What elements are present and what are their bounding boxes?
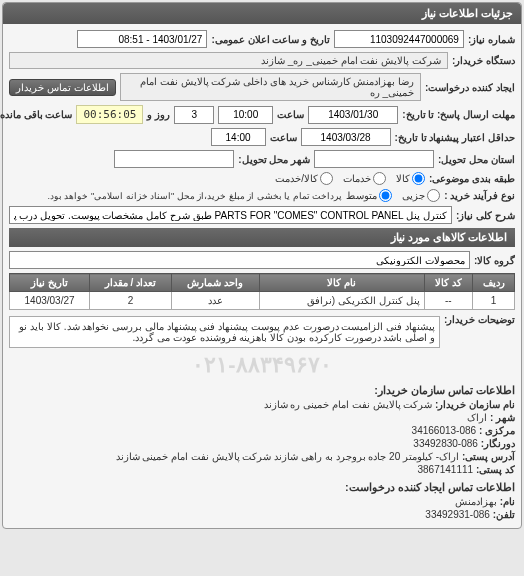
delivery-prov-label: استان محل تحویل: bbox=[438, 154, 515, 165]
col-unit: واحد شمارش bbox=[171, 274, 259, 292]
cell-unit: عدد bbox=[171, 292, 259, 310]
contact-buyer-button[interactable]: اطلاعات تماس خریدار bbox=[9, 79, 116, 96]
pack-radio-group: کالا خدمات کالا/خدمت bbox=[275, 172, 425, 185]
process-radio-group: جزیی متوسط bbox=[346, 189, 440, 202]
contact-person-line: نام: بهزادمنش bbox=[9, 496, 515, 507]
row-req-no: شماره نیاز: تاریخ و ساعت اعلان عمومی: bbox=[9, 30, 515, 48]
group-label: گروه کالا: bbox=[474, 255, 515, 266]
contact-org-label: نام سازمان خریدار: bbox=[435, 399, 515, 410]
pack-kala-radio[interactable] bbox=[412, 172, 425, 185]
creator-value: رضا بهزادمنش کارشناس خرید های داخلی شرکت… bbox=[120, 73, 422, 101]
announce-label: تاریخ و ساعت اعلان عمومی: bbox=[211, 34, 329, 45]
col-need-date: تاریخ نیاز bbox=[10, 274, 90, 292]
validity-date-input[interactable] bbox=[301, 128, 391, 146]
col-row: ردیف bbox=[473, 274, 515, 292]
delivery-prov-input[interactable] bbox=[314, 150, 434, 168]
contact-addr-value: اراک- کیلومتر 20 جاده بروجرد به راهی شاز… bbox=[116, 451, 460, 462]
table-row[interactable]: 1 -- پنل کنترل الکتریکی (نرافق عدد 2 140… bbox=[10, 292, 515, 310]
panel-title: جزئیات اطلاعات نیاز bbox=[3, 3, 521, 24]
contact-org-line: نام سازمان خریدار: شرکت پالایش نفت امام … bbox=[9, 399, 515, 410]
contact-tel-label: تلفن: bbox=[493, 509, 515, 520]
contact-city-line: شهر : اراک bbox=[9, 412, 515, 423]
contact-title: اطلاعات تماس سازمان خریدار: bbox=[9, 384, 515, 397]
contact-tel-value: 086-33492931 bbox=[425, 509, 490, 520]
pack-khadamat-radio[interactable] bbox=[373, 172, 386, 185]
pack-both-radio[interactable] bbox=[320, 172, 333, 185]
validity-time-label: ساعت bbox=[270, 132, 297, 143]
pack-label: طبقه بندی موضوعی: bbox=[429, 173, 515, 184]
process-small-radio[interactable] bbox=[427, 189, 440, 202]
cell-row: 1 bbox=[473, 292, 515, 310]
row-creator: ایجاد کننده درخواست: رضا بهزادمنش کارشنا… bbox=[9, 73, 515, 101]
process-label: نوع فرآیند خرید : bbox=[444, 190, 515, 201]
req-no-input[interactable] bbox=[334, 30, 464, 48]
col-qty: تعداد / مقدار bbox=[90, 274, 172, 292]
deadline-time-label: ساعت bbox=[277, 109, 304, 120]
contact-post-line: کد پستی: 3867141111 bbox=[9, 464, 515, 475]
desc-input[interactable] bbox=[9, 206, 452, 224]
pack-both-option[interactable]: کالا/خدمت bbox=[275, 172, 333, 185]
panel-body: شماره نیاز: تاریخ و ساعت اعلان عمومی: دس… bbox=[3, 24, 521, 528]
announce-input[interactable] bbox=[77, 30, 207, 48]
note-label: توضیحات خریدار: bbox=[444, 314, 515, 325]
contact-fax-label: دورنگار: bbox=[481, 438, 515, 449]
contact-person-value: بهزادمنش bbox=[455, 496, 497, 507]
contact-post-label: کد پستی: bbox=[476, 464, 515, 475]
remain-days-input bbox=[174, 106, 214, 124]
contact-post-value: 3867141111 bbox=[417, 464, 473, 475]
contact-addr-line: آدرس پستی: اراک- کیلومتر 20 جاده بروجرد … bbox=[9, 451, 515, 462]
contact-person-label: نام: bbox=[500, 496, 515, 507]
countdown-timer: 00:56:05 bbox=[76, 105, 143, 124]
pack-khadamat-option[interactable]: خدمات bbox=[343, 172, 386, 185]
req-no-label: شماره نیاز: bbox=[468, 34, 515, 45]
remain-days-label: روز و bbox=[147, 109, 170, 120]
row-validity: حداقل اعتبار پیشنهاد تا تاریخ: ساعت bbox=[9, 128, 515, 146]
items-section-title: اطلاعات کالاهای مورد نیاز bbox=[9, 228, 515, 247]
row-pack: طبقه بندی موضوعی: کالا خدمات کالا/خدمت bbox=[9, 172, 515, 185]
deadline-label: مهلت ارسال پاسخ: تا تاریخ: bbox=[402, 109, 515, 120]
pack-kala-option[interactable]: کالا bbox=[396, 172, 425, 185]
contact-org-value: شرکت پالایش نفت امام خمینی ره شازند bbox=[264, 399, 433, 410]
contact-center-label: مرکزی : bbox=[479, 425, 515, 436]
validity-time-input[interactable] bbox=[211, 128, 266, 146]
delivery-city-input[interactable] bbox=[114, 150, 234, 168]
row-desc: شرح کلی نیاز: bbox=[9, 206, 515, 224]
row-group: گروه کالا: bbox=[9, 251, 515, 269]
cell-code: -- bbox=[424, 292, 472, 310]
process-medium-option[interactable]: متوسط bbox=[346, 189, 392, 202]
items-header-row: ردیف کد کالا نام کالا واحد شمارش تعداد /… bbox=[10, 274, 515, 292]
deadline-date-input[interactable] bbox=[308, 106, 398, 124]
deadline-time-input[interactable] bbox=[218, 106, 273, 124]
cell-need-date: 1403/03/27 bbox=[10, 292, 90, 310]
items-table: ردیف کد کالا نام کالا واحد شمارش تعداد /… bbox=[9, 273, 515, 310]
contact-fax-value: 086-33492830 bbox=[413, 438, 478, 449]
watermark: ۰۲۱-۸۸۳۴۹۶۷۰ bbox=[9, 352, 515, 378]
note-text: پیشنهاد فنی الزامیست درصورت عدم پیوست پی… bbox=[9, 316, 440, 348]
col-code: کد کالا bbox=[424, 274, 472, 292]
buyer-org-value: شرکت پالایش نفت امام خمینی_ ره_ شازند bbox=[9, 52, 448, 69]
row-process: نوع فرآیند خرید : جزیی متوسط پرداخت تمام… bbox=[9, 189, 515, 202]
creator-label: ایجاد کننده درخواست: bbox=[425, 82, 515, 93]
req-contact-title: اطلاعات تماس ایجاد کننده درخواست: bbox=[9, 481, 515, 494]
delivery-city-label: شهر محل تحویل: bbox=[238, 154, 310, 165]
process-small-option[interactable]: جزیی bbox=[402, 189, 440, 202]
row-deadline: مهلت ارسال پاسخ: تا تاریخ: ساعت روز و 00… bbox=[9, 105, 515, 124]
desc-label: شرح کلی نیاز: bbox=[456, 210, 515, 221]
main-panel: جزئیات اطلاعات نیاز شماره نیاز: تاریخ و … bbox=[2, 2, 522, 529]
cell-name: پنل کنترل الکتریکی (نرافق bbox=[259, 292, 424, 310]
validity-label: حداقل اعتبار پیشنهاد تا تاریخ: bbox=[395, 132, 515, 143]
contact-center-line: مرکزی : 086-34166013 bbox=[9, 425, 515, 436]
contact-city-value: اراک bbox=[467, 412, 487, 423]
process-note: پرداخت تمام یا بخشی از مبلغ خرید،از محل … bbox=[47, 191, 342, 201]
row-note: توضیحات خریدار: پیشنهاد فنی الزامیست درص… bbox=[9, 314, 515, 348]
contact-addr-label: آدرس پستی: bbox=[462, 451, 515, 462]
group-input[interactable] bbox=[9, 251, 470, 269]
contact-city-label: شهر : bbox=[490, 412, 515, 423]
col-name: نام کالا bbox=[259, 274, 424, 292]
row-delivery: استان محل تحویل: شهر محل تحویل: bbox=[9, 150, 515, 168]
contact-tel-line: تلفن: 086-33492931 bbox=[9, 509, 515, 520]
process-medium-radio[interactable] bbox=[379, 189, 392, 202]
cell-qty: 2 bbox=[90, 292, 172, 310]
contact-fax-line: دورنگار: 086-33492830 bbox=[9, 438, 515, 449]
remain-suffix: ساعت باقی مانده bbox=[0, 109, 72, 120]
